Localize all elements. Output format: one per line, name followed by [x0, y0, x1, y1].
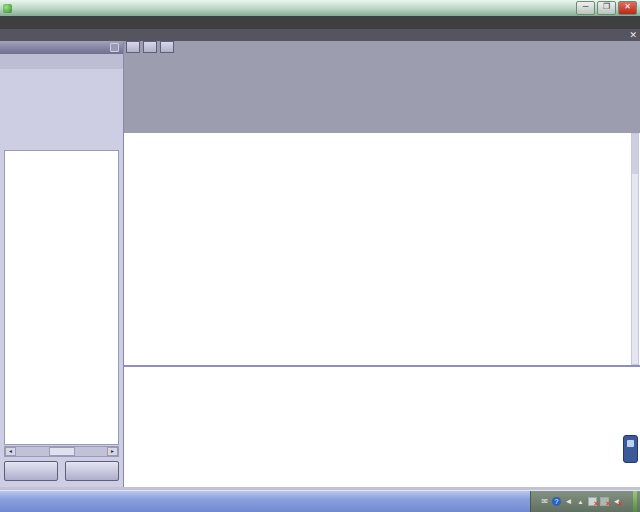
pin-icon[interactable] — [110, 43, 119, 52]
menubar — [0, 16, 640, 29]
branch-tree-title — [5, 151, 118, 155]
sidebar-buttons — [0, 461, 123, 481]
network-error-icon[interactable]: ✕ — [588, 497, 597, 506]
envelope-icon[interactable]: ✉ — [540, 497, 549, 506]
audio-error-icon[interactable]: ◄✕ — [612, 497, 621, 506]
content: ◄ ► — [0, 41, 640, 487]
pivot-grid — [124, 53, 640, 133]
main-panel — [124, 41, 640, 487]
help-icon[interactable]: ? — [552, 497, 561, 506]
screen: { "window": {"title": "能耗管理系统"}, "menuba… — [0, 0, 640, 512]
scroll-right-icon[interactable]: ► — [107, 447, 118, 456]
load-data-button[interactable] — [4, 461, 58, 481]
sidebar-hscrollbar[interactable]: ◄ ► — [4, 446, 119, 457]
chart-panel-handle-icon[interactable] — [623, 435, 638, 463]
hscroll-thumb[interactable] — [49, 447, 75, 456]
title-bar: ─ ❐ ✕ — [0, 0, 640, 16]
vscroll-thumb[interactable] — [632, 134, 638, 174]
tray-edge-decoration — [633, 491, 637, 512]
period-toolbar — [124, 41, 640, 53]
filter-form — [0, 69, 123, 73]
connection-error-icon[interactable]: ✕ — [600, 497, 609, 506]
document-tabbar: ✕ — [0, 29, 640, 41]
scroll-left-icon[interactable]: ◄ — [5, 447, 16, 456]
quarter-button[interactable] — [126, 41, 140, 53]
filter-panel-header — [0, 41, 123, 54]
os-taskbar: ✉ ? ◄ ▲ ✕ ✕ ◄✕ — [0, 490, 640, 512]
arrow-up-icon[interactable]: ▲ — [576, 497, 585, 506]
system-tray: ✉ ? ◄ ▲ ✕ ✕ ◄✕ — [530, 491, 640, 512]
export-data-button[interactable] — [65, 461, 119, 481]
trend-chart — [124, 365, 640, 487]
tabstrip-close-icon[interactable]: ✕ — [629, 30, 637, 40]
main-vscrollbar[interactable] — [631, 133, 639, 365]
minimize-button[interactable]: ─ — [576, 1, 595, 15]
empty-area — [124, 133, 640, 365]
volume-icon[interactable]: ◄ — [564, 497, 573, 506]
date-button[interactable] — [160, 41, 174, 53]
filter-sidebar: ◄ ► — [0, 41, 124, 487]
close-button[interactable]: ✕ — [618, 1, 637, 15]
branch-tree-box — [4, 150, 119, 445]
restore-button[interactable]: ❐ — [597, 1, 616, 15]
week-button[interactable] — [143, 41, 157, 53]
app-icon — [3, 4, 12, 13]
sidebar-tabs — [0, 54, 123, 69]
